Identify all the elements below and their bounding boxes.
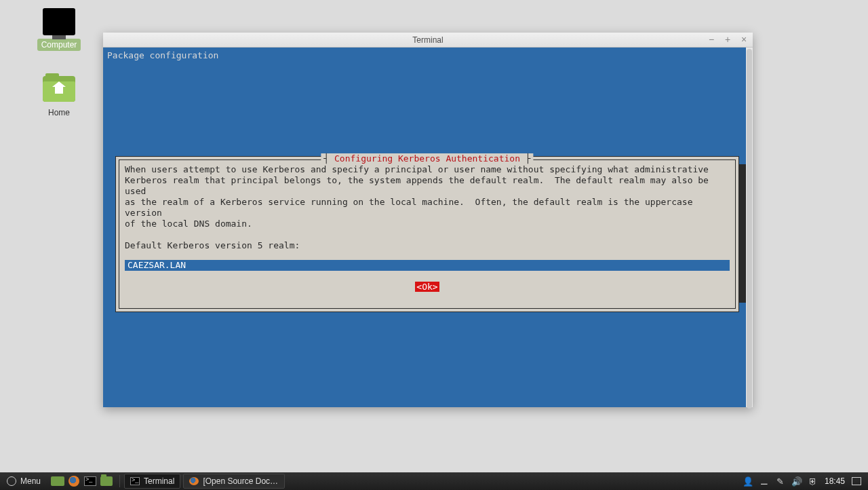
window-minimize-button[interactable]: − xyxy=(707,35,716,44)
shield-icon[interactable]: ⛨ xyxy=(808,476,818,486)
show-desktop-button[interactable] xyxy=(50,474,65,489)
pen-icon[interactable]: ✎ xyxy=(776,476,785,486)
menu-label: Menu xyxy=(20,476,41,486)
taskbar-task-document[interactable]: [Open Source Docum... xyxy=(183,474,285,489)
task-label: Terminal xyxy=(144,476,174,486)
monitor-icon xyxy=(43,8,75,35)
scrollbar-thumb[interactable] xyxy=(747,49,752,409)
task-label: [Open Source Docum... xyxy=(203,476,279,486)
kerberos-dialog: ┤ Configuring Kerberos Authentication ├ … xyxy=(115,156,739,312)
menu-button[interactable]: Menu xyxy=(0,472,47,490)
clock[interactable]: 18:45 xyxy=(825,476,845,486)
bluetooth-icon[interactable]: ⚊ xyxy=(760,476,769,486)
terminal-window: Terminal − + × Package configuration ┤ C… xyxy=(103,33,753,407)
home-folder-icon xyxy=(43,76,75,102)
package-configuration-header: Package configuration xyxy=(107,50,218,60)
terminal-icon xyxy=(130,477,140,485)
workspace-icon[interactable] xyxy=(852,476,861,486)
window-titlebar[interactable]: Terminal − + × xyxy=(103,33,753,48)
system-tray: 👤 ⚊ ✎ 🔊 ⛨ 18:45 xyxy=(736,472,868,490)
realm-input[interactable]: CAEZSAR.LAN xyxy=(125,260,730,271)
separator xyxy=(119,475,120,487)
taskbar: Menu Terminal [Open Source Docum... 👤 ⚊ … xyxy=(0,472,868,490)
files-launcher[interactable] xyxy=(99,474,114,489)
desktop-icon-label: Home xyxy=(44,107,74,119)
terminal-icon xyxy=(84,476,96,486)
gear-icon xyxy=(7,476,16,486)
folder-icon xyxy=(100,476,113,486)
dialog-title: ┤ Configuring Kerberos Authentication ├ xyxy=(321,153,533,164)
firefox-icon xyxy=(189,477,199,485)
dialog-body-text: When users attempt to use Kerberos and s… xyxy=(125,164,730,229)
volume-icon[interactable]: 🔊 xyxy=(792,476,802,486)
desktop-icon-home[interactable]: Home xyxy=(33,76,85,119)
taskbar-task-terminal[interactable]: Terminal xyxy=(124,474,180,489)
desktop-icon-computer[interactable]: Computer xyxy=(33,8,85,51)
ok-button[interactable]: <Ok> xyxy=(415,282,439,292)
window-close-button[interactable]: × xyxy=(739,35,749,44)
terminal-viewport[interactable]: Package configuration ┤ Configuring Kerb… xyxy=(103,48,753,407)
user-icon[interactable]: 👤 xyxy=(743,476,753,486)
terminal-scrollbar[interactable] xyxy=(746,48,753,407)
firefox-icon xyxy=(68,476,79,487)
firefox-launcher[interactable] xyxy=(66,474,81,489)
desktop-icon xyxy=(51,476,64,486)
window-maximize-button[interactable]: + xyxy=(723,35,732,44)
quick-launch xyxy=(47,472,117,490)
dialog-prompt: Default Kerberos version 5 realm: xyxy=(125,240,730,250)
terminal-launcher[interactable] xyxy=(83,474,98,489)
desktop-icon-label: Computer xyxy=(37,39,81,51)
window-title: Terminal xyxy=(412,35,443,45)
